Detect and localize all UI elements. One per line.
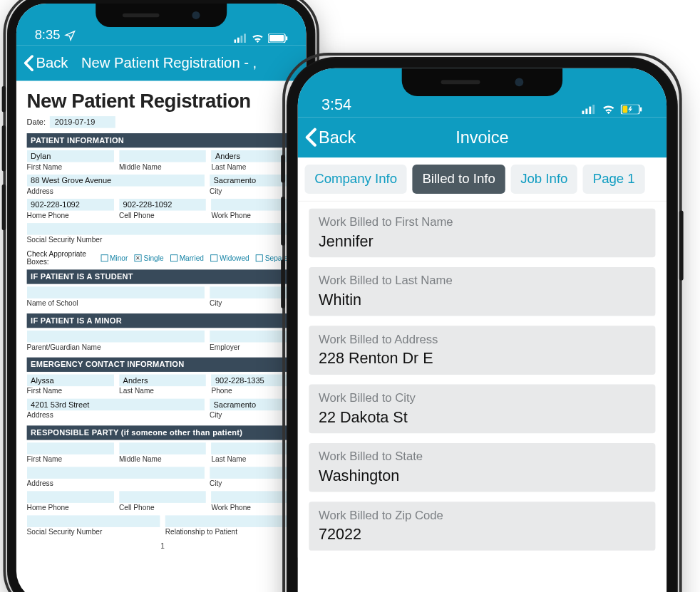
address-label: Address xyxy=(27,187,205,198)
ec-phone-field[interactable]: 902-228-1335 xyxy=(211,375,298,387)
school-label: Name of School xyxy=(27,298,205,310)
rp-middle-field[interactable] xyxy=(119,442,206,455)
field-label: Work Billed to Zip Code xyxy=(319,509,646,523)
wifi-icon xyxy=(251,33,264,43)
last-name-label: Last Name xyxy=(211,162,298,174)
rp-first-field[interactable] xyxy=(27,442,114,455)
field-value: 72022 xyxy=(319,526,646,544)
svg-rect-10 xyxy=(592,105,595,115)
chevron-left-icon xyxy=(23,55,35,72)
ec-addr-label: Address xyxy=(27,410,205,422)
phone-invoice: 3:54 Back Invoice xyxy=(287,57,678,592)
rp-home-field[interactable] xyxy=(27,491,114,503)
first-name-label: First Name xyxy=(27,162,114,174)
home-phone-label: Home Phone xyxy=(27,211,114,222)
battery-icon xyxy=(268,33,288,43)
svg-rect-2 xyxy=(241,36,243,43)
phone-patient: 8:35 Bac xyxy=(7,0,315,592)
back-button[interactable]: Back xyxy=(23,55,68,72)
city-label: City xyxy=(210,187,299,198)
form-document[interactable]: New Patient Registration Date: 2019-07-1… xyxy=(16,81,307,550)
silence-switch xyxy=(2,86,6,113)
location-icon xyxy=(64,29,76,41)
ec-last-field[interactable]: Anders xyxy=(119,375,206,387)
rp-ssn-label: Social Security Number xyxy=(27,527,160,539)
tab-job-info[interactable]: Job Info xyxy=(510,165,577,194)
svg-rect-1 xyxy=(237,38,240,43)
rp-last-label: Last Name xyxy=(211,455,298,466)
volume-up-button xyxy=(281,197,285,246)
employer-label: Employer xyxy=(210,343,299,354)
ec-city-label: City xyxy=(210,410,299,422)
rp-work-field[interactable] xyxy=(211,491,298,503)
address-field[interactable]: 88 West Grove Avenue xyxy=(27,175,205,187)
field-billed-first-name[interactable]: Work Billed to First Name Jennifer xyxy=(309,209,655,258)
rp-cell-field[interactable] xyxy=(119,491,206,503)
first-name-field[interactable]: Dylan xyxy=(27,150,114,162)
svg-rect-12 xyxy=(622,106,627,113)
rp-last-field[interactable] xyxy=(211,442,298,455)
rp-home-label: Home Phone xyxy=(27,503,114,514)
cell-phone-field[interactable]: 902-228-1092 xyxy=(119,199,206,211)
school-field[interactable] xyxy=(27,286,205,298)
rp-ssn-field[interactable] xyxy=(27,515,160,527)
status-time: 8:35 xyxy=(35,28,61,43)
volume-down-button xyxy=(281,259,285,308)
rp-city-field[interactable] xyxy=(210,467,299,479)
volume-up-button xyxy=(2,125,6,171)
work-phone-label: Work Phone xyxy=(211,211,298,222)
svg-rect-3 xyxy=(244,33,246,43)
date-label: Date: xyxy=(27,118,46,127)
section-minor: IF PATIENT IS A MINOR xyxy=(27,313,299,328)
field-label: Work Billed to Last Name xyxy=(319,274,646,289)
checkbox-widowed[interactable]: Widowed xyxy=(210,254,249,261)
nav-bar: Back Invoice xyxy=(298,117,666,157)
section-responsible: RESPONSIBLE PARTY (if someone other than… xyxy=(27,425,299,440)
nav-title: New Patient Registration - , xyxy=(81,55,257,72)
rp-rel-field[interactable] xyxy=(165,515,299,527)
power-button xyxy=(679,211,684,281)
field-billed-address[interactable]: Work Billed to Address 228 Renton Dr E xyxy=(309,326,655,375)
field-billed-city[interactable]: Work Billed to City 22 Dakota St xyxy=(309,385,655,434)
tab-page-1[interactable]: Page 1 xyxy=(583,165,644,194)
last-name-field[interactable]: Anders xyxy=(211,150,298,162)
field-label: Work Billed to City xyxy=(319,391,646,405)
middle-name-label: Middle Name xyxy=(119,162,206,174)
rp-cell-label: Cell Phone xyxy=(119,503,206,514)
checkbox-minor[interactable]: Minor xyxy=(101,254,128,261)
ec-addr-field[interactable]: 4201 53rd Street xyxy=(27,399,205,411)
cell-phone-label: Cell Phone xyxy=(119,211,206,222)
tab-billed-to-info[interactable]: Billed to Info xyxy=(413,165,505,194)
svg-rect-8 xyxy=(585,109,587,115)
ec-first-field[interactable]: Alyssa xyxy=(27,375,114,387)
field-billed-last-name[interactable]: Work Billed to Last Name Whitin xyxy=(309,267,655,316)
field-value: 228 Renton Dr E xyxy=(319,350,646,368)
rp-city-label: City xyxy=(210,479,299,490)
field-value: Washington xyxy=(319,467,646,484)
work-phone-field[interactable] xyxy=(211,199,298,211)
date-value[interactable]: 2019-07-19 xyxy=(50,116,115,128)
rp-addr-field[interactable] xyxy=(27,467,205,479)
checks-label: Check Appropriate Boxes: xyxy=(27,250,94,266)
status-time: 3:54 xyxy=(321,96,351,114)
home-phone-field[interactable]: 902-228-1092 xyxy=(27,199,114,211)
signal-icon xyxy=(582,105,597,115)
employer-field[interactable] xyxy=(210,331,299,343)
back-label: Back xyxy=(319,128,356,147)
silence-switch xyxy=(281,155,285,182)
billed-fields-list[interactable]: Work Billed to First Name Jennifer Work … xyxy=(298,202,666,558)
ssn-field[interactable] xyxy=(27,223,299,235)
checkbox-single[interactable]: Single xyxy=(135,254,164,261)
battery-low-icon xyxy=(620,105,642,115)
ec-city-field[interactable]: Sacramento xyxy=(210,399,299,411)
guardian-field[interactable] xyxy=(27,331,205,343)
middle-name-field[interactable] xyxy=(119,150,206,162)
checkbox-married[interactable]: Married xyxy=(170,254,204,261)
wifi-icon xyxy=(601,105,617,115)
field-billed-state[interactable]: Work Billed to State Washington xyxy=(309,443,655,492)
ec-first-label: First Name xyxy=(27,386,114,398)
back-button[interactable]: Back xyxy=(304,128,356,147)
field-value: Whitin xyxy=(319,291,646,308)
tab-company-info[interactable]: Company Info xyxy=(304,165,406,194)
field-billed-zip[interactable]: Work Billed to Zip Code 72022 xyxy=(309,502,655,551)
